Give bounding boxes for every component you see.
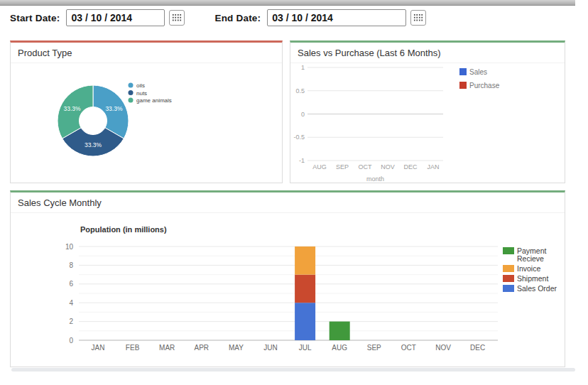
svg-text:33.3%: 33.3% (105, 105, 123, 112)
svg-text:Sales: Sales (469, 68, 487, 76)
svg-text:6: 6 (69, 280, 73, 288)
svg-text:AUG: AUG (312, 163, 327, 170)
svg-text:game animals: game animals (136, 97, 172, 104)
svg-text:-1: -1 (299, 157, 305, 164)
svg-text:JUN: JUN (263, 344, 277, 352)
svg-text:-0.5: -0.5 (293, 134, 305, 141)
start-date-calendar-button[interactable] (169, 10, 185, 26)
svg-text:2: 2 (69, 318, 73, 325)
end-date-label: End Date: (214, 13, 261, 23)
sales-vs-purchase-panel: Sales vs Purchase (Last 6 Months) 10.50-… (290, 40, 565, 183)
svg-text:JAN: JAN (427, 163, 439, 170)
svg-text:nuts: nuts (136, 90, 147, 97)
svg-text:10: 10 (65, 243, 74, 251)
svg-text:APR: APR (195, 344, 209, 352)
calendar-grid-icon (172, 13, 182, 22)
svg-text:OCT: OCT (401, 344, 416, 352)
svg-text:Invoice: Invoice (517, 264, 540, 273)
svg-text:Sales Order: Sales Order (517, 284, 557, 293)
start-date-input[interactable] (66, 9, 165, 26)
svg-text:MAR: MAR (159, 344, 175, 352)
svg-text:Recieve: Recieve (517, 254, 544, 263)
svg-text:4: 4 (69, 299, 73, 307)
svg-text:JUL: JUL (299, 344, 312, 352)
start-date-label: Start Date: (10, 13, 60, 23)
svg-text:0: 0 (69, 337, 73, 345)
svg-text:FEB: FEB (126, 344, 140, 352)
svg-text:oils: oils (136, 82, 145, 89)
svg-text:DEC: DEC (403, 163, 418, 170)
svg-text:Population (in millions): Population (in millions) (80, 225, 167, 234)
svg-text:Purchase: Purchase (469, 82, 500, 90)
svg-text:MAY: MAY (229, 344, 244, 352)
svg-text:DEC: DEC (470, 344, 485, 352)
product-type-panel-title: Product Type (11, 43, 282, 63)
end-date-calendar-button[interactable] (410, 10, 426, 26)
svg-text:JAN: JAN (92, 344, 105, 352)
calendar-grid-icon (413, 13, 423, 22)
date-filter-bar: Start Date: End Date: (10, 9, 426, 26)
svg-text:0: 0 (301, 111, 305, 118)
window-bottom-edge (11, 368, 575, 372)
sales-vs-purchase-line-chart[interactable]: 10.50-0.5-1AUGSEPOCTNOVDECJANmonthSalesP… (290, 63, 563, 183)
svg-text:33.3%: 33.3% (85, 141, 102, 148)
svg-text:1: 1 (301, 64, 305, 71)
sales-cycle-stacked-bar-chart[interactable]: Population (in millions)0246810JANFEBMAR… (11, 213, 563, 368)
sales-cycle-panel-title: Sales Cycle Monthly (11, 192, 565, 213)
end-date-input[interactable] (267, 9, 406, 26)
product-type-donut-chart[interactable]: 33.3%33.3%33.3%oilsnutsgame animals (11, 63, 281, 181)
svg-text:Shipment: Shipment (517, 274, 548, 283)
product-type-panel: Product Type 33.3%33.3%33.3%oilsnutsgame… (10, 40, 283, 183)
sales-cycle-monthly-panel: Sales Cycle Monthly Population (in milli… (10, 190, 565, 367)
svg-text:33.3%: 33.3% (64, 105, 82, 112)
svg-text:0.5: 0.5 (295, 87, 305, 94)
svg-text:NOV: NOV (381, 163, 395, 170)
svg-text:month: month (366, 175, 384, 183)
svg-text:NOV: NOV (435, 344, 451, 352)
svg-text:OCT: OCT (359, 163, 373, 170)
sales-vs-purchase-panel-title: Sales vs Purchase (Last 6 Months) (290, 43, 565, 63)
svg-text:SEP: SEP (336, 163, 349, 170)
svg-text:8: 8 (69, 261, 73, 269)
svg-text:SEP: SEP (367, 344, 381, 352)
window-top-edge (0, 0, 575, 6)
svg-text:AUG: AUG (332, 344, 347, 352)
